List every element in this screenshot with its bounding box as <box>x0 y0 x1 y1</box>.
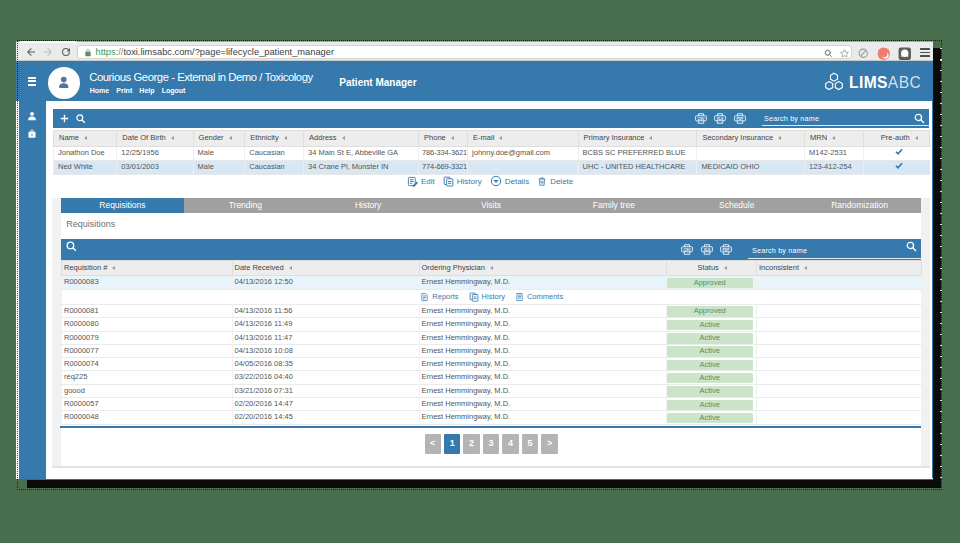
svg-text:CSV: CSV <box>698 116 706 120</box>
svg-text:XLS: XLS <box>703 247 710 251</box>
svg-text:PDF: PDF <box>737 116 744 120</box>
svg-text:CSV: CSV <box>684 247 692 251</box>
svg-text:PDF: PDF <box>723 247 730 251</box>
svg-text:XLS: XLS <box>717 116 724 120</box>
